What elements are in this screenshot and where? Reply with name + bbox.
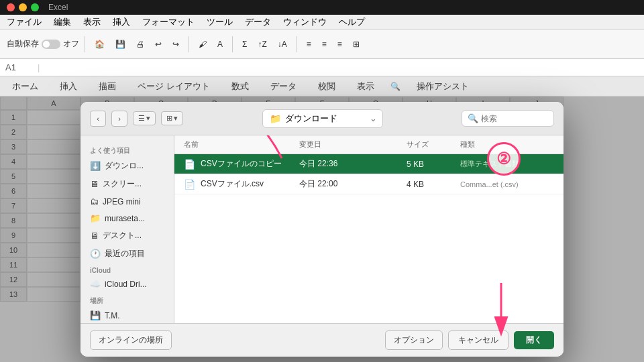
tab-search[interactable]: 操作アシスト [411, 78, 474, 95]
menu-insert[interactable]: 挿入 [111, 16, 131, 28]
close-button[interactable] [7, 3, 15, 11]
sidebar-item-download[interactable]: ⬇️ ダウンロ... [80, 157, 174, 175]
screen-icon: 🖥 [90, 179, 99, 189]
copy-format-btn[interactable]: 🖌 [195, 38, 211, 51]
search-box[interactable]: 🔍 [462, 110, 554, 127]
tab-page-layout[interactable]: ページ レイアウト [132, 78, 215, 95]
sidebar-item-screen[interactable]: 🖥 スクリー... [80, 175, 174, 193]
col-name[interactable]: 名前 [184, 139, 299, 149]
sidebar-item-download-label: ダウンロ... [105, 160, 144, 172]
section-cloud: iCloud [80, 263, 174, 276]
desktop-icon: 🖥 [90, 231, 99, 241]
toolbar-separator [85, 36, 85, 52]
sidebar-item-recent-label: 最近の項目 [105, 248, 145, 259]
list-view-chevron: ▾ [146, 114, 150, 123]
home-icon-btn[interactable]: 🏠 [91, 38, 109, 51]
tab-review[interactable]: 校閲 [313, 78, 341, 95]
col-modified[interactable]: 変更日 [299, 139, 407, 149]
dialog-toolbar: ‹ › ☰ ▾ ⊞ ▾ 📁 ダウンロード ⌄ [80, 102, 564, 135]
cancel-btn[interactable]: キャンセル [448, 330, 508, 350]
file-modified-1: 今日 22:00 [299, 178, 407, 190]
title-bar: Excel [0, 0, 644, 15]
align-right-btn[interactable]: ≡ [333, 38, 346, 51]
list-view-btn[interactable]: ☰ ▾ [133, 111, 156, 125]
grid-view-chevron: ▾ [174, 114, 178, 123]
search-icon: 🔍 [468, 113, 478, 123]
sort-asc-btn[interactable]: ↑Z [254, 38, 270, 51]
nav-back-btn[interactable]: ‹ [90, 111, 106, 127]
grid-view-icon: ⊞ [166, 114, 172, 123]
location-label: ダウンロード [285, 113, 337, 125]
maximize-button[interactable] [31, 3, 39, 11]
sidebar-item-icloud-label: iCloud Dri... [105, 280, 147, 289]
menu-edit[interactable]: 編集 [52, 16, 72, 28]
sidebar-item-icloud[interactable]: ☁️ iCloud Dri... [80, 276, 174, 292]
freeze-btn[interactable]: ⊞ [349, 38, 364, 51]
tab-bar: ホーム 挿入 描画 ページ レイアウト 数式 データ 校閲 表示 🔍 操作アシス… [0, 76, 644, 97]
align-center-btn[interactable]: ≡ [318, 38, 331, 51]
file-icon-1: 📄 [184, 179, 195, 190]
menu-view[interactable]: 表示 [82, 16, 102, 28]
online-location-btn[interactable]: オンラインの場所 [90, 330, 172, 350]
recent-icon: 🕐 [90, 249, 101, 259]
autosave-toggle[interactable] [42, 40, 60, 49]
grid-view-btn[interactable]: ⊞ ▾ [161, 111, 183, 125]
file-size-1: 4 KB [407, 180, 460, 189]
sidebar-item-recent[interactable]: 🕐 最近の項目 [80, 245, 174, 263]
file-kind-1: Comma...et (.csv) [460, 180, 554, 188]
open-btn[interactable]: 開く [514, 331, 554, 349]
search-input[interactable] [481, 114, 548, 123]
jpeg-icon: 🗂 [90, 196, 99, 206]
file-name-0: CSVファイルのコピー [201, 158, 282, 170]
minimize-button[interactable] [19, 3, 27, 11]
sidebar-item-jpeg[interactable]: 🗂 JPEG mini [80, 193, 174, 210]
location-box[interactable]: 📁 ダウンロード ⌄ [262, 109, 383, 128]
folder-icon: 📁 [270, 113, 281, 124]
file-row-1[interactable]: 📄 CSVファイル.csv 今日 22:00 4 KB Comma...et (… [174, 174, 564, 194]
list-view-icon: ☰ [138, 114, 145, 123]
tab-insert[interactable]: 挿入 [54, 78, 83, 95]
cell-reference: A1 [5, 62, 32, 72]
sidebar-item-tm[interactable]: 💾 T.M. [80, 307, 174, 323]
sort-desc-btn[interactable]: ↓A [274, 38, 291, 51]
dialog-location: 📁 ダウンロード ⌄ [189, 109, 456, 128]
save-btn[interactable]: 💾 [111, 38, 129, 51]
tab-data[interactable]: データ [265, 78, 302, 95]
tab-draw[interactable]: 描画 [93, 78, 121, 95]
autosave-state: オフ [63, 38, 79, 50]
dialog-sidebar: よく使う項目 ⬇️ ダウンロ... 🖥 スクリー... 🗂 JPEG mini [80, 135, 174, 323]
font-color-btn[interactable]: A [213, 38, 227, 51]
tab-view[interactable]: 表示 [352, 78, 380, 95]
section-favorites: よく使う項目 [80, 142, 174, 157]
nav-forward-btn[interactable]: › [111, 111, 127, 127]
menu-tools[interactable]: ツール [205, 16, 234, 28]
toolbar-separator-2 [189, 36, 189, 52]
menu-file[interactable]: ファイル [5, 16, 43, 28]
menu-bar: ファイル 編集 表示 挿入 フォーマット ツール データ ウィンドウ ヘルプ [0, 15, 644, 29]
sum-btn[interactable]: Σ [238, 38, 251, 51]
sidebar-item-desktop[interactable]: 🖥 デスクト... [80, 227, 174, 245]
print-btn[interactable]: 🖨 [132, 38, 148, 51]
toolbar-separator-3 [232, 36, 233, 52]
main-area: A B C D E F G H I J (function(){ const c… [0, 97, 644, 362]
formula-sep: | [38, 62, 40, 72]
icloud-icon: ☁️ [90, 279, 101, 289]
file-name-cell-0: 📄 CSVファイルのコピー [184, 158, 299, 170]
sidebar-item-murase[interactable]: 📁 murasetа... [80, 210, 174, 227]
section-places: 場所 [80, 292, 174, 307]
redo-btn[interactable]: ↪ [168, 38, 183, 51]
menu-data[interactable]: データ [244, 16, 272, 28]
file-modified-0: 今日 22:36 [299, 158, 407, 170]
sidebar-item-murase-label: murasetа... [105, 214, 145, 223]
menu-format[interactable]: フォーマット [141, 16, 196, 28]
menu-help[interactable]: ヘルプ [337, 16, 366, 28]
option-btn[interactable]: オプション [385, 330, 443, 350]
tab-home[interactable]: ホーム [7, 78, 44, 95]
align-left-btn[interactable]: ≡ [303, 38, 315, 51]
menu-window[interactable]: ウィンドウ [282, 16, 328, 28]
dialog-overlay: ‹ › ☰ ▾ ⊞ ▾ 📁 ダウンロード ⌄ [0, 97, 644, 362]
col-size[interactable]: サイズ [407, 139, 460, 149]
tab-formula[interactable]: 数式 [226, 78, 254, 95]
undo-btn[interactable]: ↩ [151, 38, 166, 51]
autosave-area: 自動保存 オフ [7, 38, 79, 50]
